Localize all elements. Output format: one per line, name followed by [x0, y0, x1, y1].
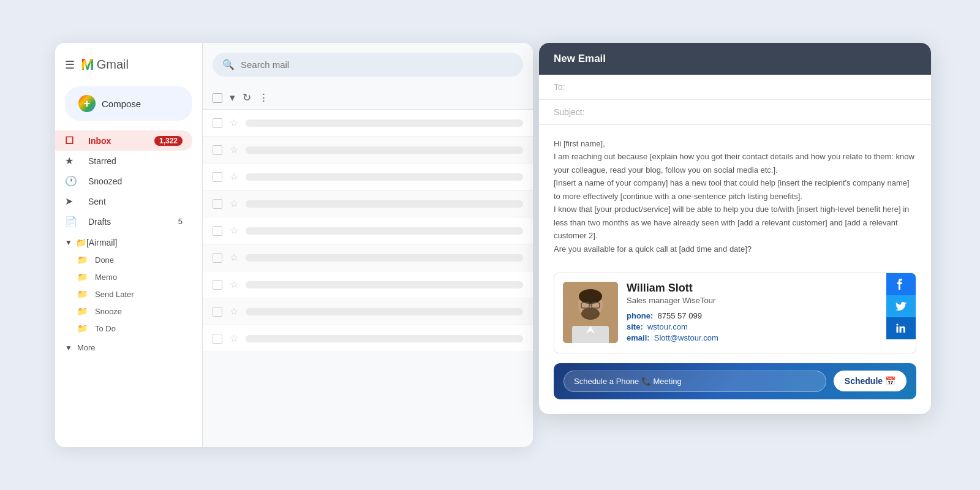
snooze-label: Snooze: [95, 307, 122, 316]
sig-name: William Slott: [627, 282, 878, 295]
schedule-button[interactable]: Schedule 📅: [834, 371, 907, 391]
airmail-label: [Airmail]: [86, 238, 118, 247]
sidebar-item-snooze[interactable]: 📁 Snooze: [55, 303, 202, 320]
compose-to-field[interactable]: To:: [539, 75, 931, 100]
body-line-3: [Insert a name of your company] has a ne…: [554, 176, 916, 203]
sidebar-item-snoozed[interactable]: 🕐 Snoozed: [55, 171, 192, 191]
done-folder-icon: 📁: [77, 255, 88, 265]
email-row[interactable]: ☆: [203, 164, 533, 190]
star-icon[interactable]: ☆: [230, 117, 238, 129]
email-row[interactable]: ☆: [203, 325, 533, 352]
sidebar-item-starred[interactable]: ★ Starred: [55, 151, 192, 171]
sig-email: email: Slott@wstour.com: [627, 333, 878, 342]
todo-label: To Do: [95, 324, 116, 333]
sig-phone: phone: 8755 57 099: [627, 311, 878, 320]
subject-label: Subject:: [554, 107, 585, 117]
sidebar-item-drafts[interactable]: 📄 Drafts 5: [55, 211, 192, 232]
gmail-wordmark: Gmail: [97, 58, 129, 72]
inbox-icon: ☐: [65, 135, 80, 146]
email-preview: [246, 119, 523, 127]
facebook-button[interactable]: [886, 273, 916, 295]
sidebar-item-sent[interactable]: ➤ Sent: [55, 191, 192, 211]
compose-window-header: New Email: [539, 43, 931, 75]
sidebar-item-send-later[interactable]: 📁 Send Later: [55, 285, 202, 303]
search-bar[interactable]: 🔍: [213, 53, 523, 77]
sig-site: site: wstour.com: [627, 322, 878, 331]
memo-folder-icon: 📁: [77, 272, 88, 282]
compose-window: New Email To: Subject: Hi [first name], …: [539, 43, 931, 414]
row-checkbox[interactable]: [213, 145, 222, 155]
inbox-badge: 1,322: [154, 136, 183, 146]
signature-info: William Slott Sales manager WiseTour pho…: [627, 282, 878, 344]
star-icon[interactable]: ☆: [230, 171, 238, 183]
phone-value: 8755 57 099: [658, 311, 702, 320]
star-icon[interactable]: ☆: [230, 306, 238, 317]
email-preview: [246, 146, 523, 154]
refresh-icon[interactable]: ↻: [243, 91, 251, 104]
body-line-5: Are you available for a quick call at [a…: [554, 243, 916, 255]
sent-label: Sent: [88, 197, 106, 206]
linkedin-icon: [896, 323, 906, 333]
site-label: site:: [627, 322, 643, 331]
row-checkbox[interactable]: [213, 199, 222, 209]
more-options-icon[interactable]: ⋮: [258, 91, 269, 104]
sidebar-item-memo[interactable]: 📁 Memo: [55, 268, 202, 285]
email-toolbar: ▾ ↻ ⋮: [203, 86, 533, 110]
airmail-folder-icon: 📁: [76, 238, 86, 247]
star-icon[interactable]: ☆: [230, 198, 238, 209]
body-line-4: I know that [your product/service] will …: [554, 203, 916, 242]
sidebar-item-inbox[interactable]: ☐ Inbox 1,322: [55, 130, 192, 151]
signature-social: [886, 273, 916, 353]
email-row[interactable]: ☆: [203, 217, 533, 244]
sidebar-item-more[interactable]: ▼ More: [55, 339, 202, 356]
email-row[interactable]: ☆: [203, 190, 533, 217]
hamburger-icon[interactable]: ☰: [65, 58, 75, 72]
email-row[interactable]: ☆: [203, 137, 533, 164]
email-preview: [246, 308, 523, 315]
drafts-icon: 📄: [65, 216, 80, 227]
airmail-parent[interactable]: ▼ 📁 [Airmail]: [55, 234, 202, 251]
email-preview: [246, 173, 523, 181]
select-all-checkbox[interactable]: [213, 93, 222, 103]
gmail-sidebar: ☰ M Gmail + Compose ☐ Inbox 1,322 ★ Star…: [55, 43, 202, 447]
todo-folder-icon: 📁: [77, 323, 88, 333]
send-later-label: Send Later: [95, 290, 134, 299]
body-line-2: I am reaching out because [explain how y…: [554, 150, 916, 176]
email-signature: William Slott Sales manager WiseTour pho…: [554, 273, 916, 353]
compose-button[interactable]: + Compose: [65, 86, 192, 121]
email-row[interactable]: ☆: [203, 110, 533, 137]
row-checkbox[interactable]: [213, 118, 222, 128]
sidebar-item-todo[interactable]: 📁 To Do: [55, 320, 202, 337]
row-checkbox[interactable]: [213, 307, 222, 317]
row-checkbox[interactable]: [213, 280, 222, 290]
twitter-button[interactable]: [886, 295, 916, 317]
star-icon[interactable]: ☆: [230, 225, 238, 236]
row-checkbox[interactable]: [213, 334, 222, 344]
snoozed-label: Snoozed: [88, 176, 122, 186]
row-checkbox[interactable]: [213, 253, 222, 263]
snooze-folder-icon: 📁: [77, 306, 88, 316]
chevron-down-small-icon[interactable]: ▾: [230, 91, 235, 104]
signature-left: William Slott Sales manager WiseTour pho…: [554, 273, 886, 353]
compose-body[interactable]: Hi [first name], I am reaching out becau…: [539, 125, 931, 268]
gmail-window: ☰ M Gmail + Compose ☐ Inbox 1,322 ★ Star…: [55, 43, 533, 447]
search-input[interactable]: [241, 59, 513, 70]
sidebar-item-done[interactable]: 📁 Done: [55, 251, 202, 268]
row-checkbox[interactable]: [213, 226, 222, 236]
row-checkbox[interactable]: [213, 172, 222, 182]
star-icon[interactable]: ☆: [230, 333, 238, 344]
email-row[interactable]: ☆: [203, 244, 533, 271]
star-icon[interactable]: ☆: [230, 252, 238, 263]
email-preview: [246, 281, 523, 288]
email-row[interactable]: ☆: [203, 271, 533, 298]
schedule-phone-button[interactable]: Schedule a Phone 📞 Meeting: [564, 371, 826, 392]
compose-subject-field[interactable]: Subject:: [539, 100, 931, 125]
linkedin-button[interactable]: [886, 317, 916, 339]
email-row[interactable]: ☆: [203, 298, 533, 325]
email-preview: [246, 227, 523, 235]
star-icon[interactable]: ☆: [230, 144, 238, 156]
star-icon[interactable]: ☆: [230, 279, 238, 290]
airmail-section: ▼ 📁 [Airmail] 📁 Done 📁 Memo 📁 Send Later…: [55, 234, 202, 337]
compose-plus-icon: +: [78, 95, 96, 112]
person-avatar-svg: [563, 282, 618, 343]
